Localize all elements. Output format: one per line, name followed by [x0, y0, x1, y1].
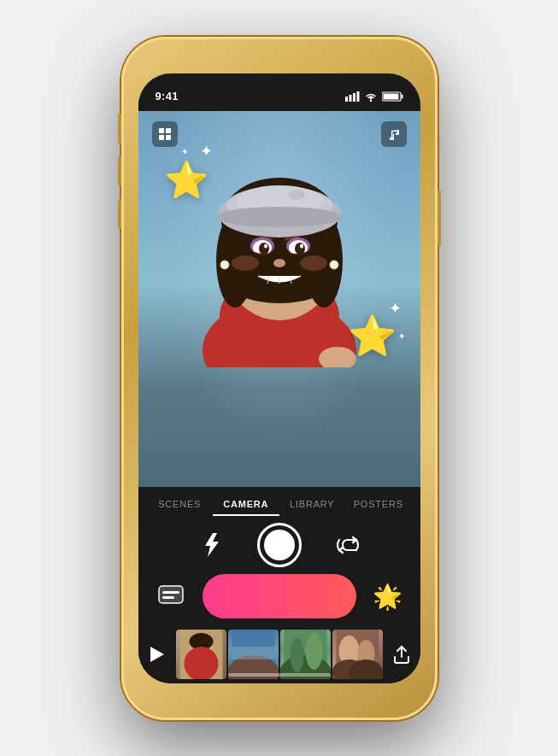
- status-time: 9:41: [156, 90, 179, 103]
- shutter-inner: [264, 530, 295, 560]
- flash-button[interactable]: [196, 530, 226, 560]
- svg-point-37: [300, 243, 303, 248]
- svg-point-29: [288, 190, 305, 200]
- camera-controls-row: [138, 522, 420, 567]
- sticker-grid-icon[interactable]: [152, 121, 178, 147]
- tab-posters[interactable]: POSTERS: [345, 492, 412, 516]
- film-frame-2[interactable]: [228, 630, 279, 679]
- film-frames: [176, 630, 383, 679]
- star-emoji-top-left: ⭐: [164, 159, 209, 201]
- home-indicator: [228, 673, 331, 677]
- captions-button[interactable]: [156, 581, 186, 612]
- shutter-button[interactable]: [257, 523, 302, 567]
- phone-shell: 9:41: [121, 37, 438, 720]
- tab-library[interactable]: LIBRARY: [279, 492, 346, 516]
- svg-point-43: [330, 261, 338, 269]
- wifi-icon: [364, 91, 378, 102]
- film-frame-3[interactable]: [280, 630, 331, 679]
- svg-rect-1: [349, 95, 351, 102]
- phone-screen: 9:41: [138, 73, 420, 683]
- svg-point-34: [259, 243, 269, 255]
- controls-area: SCENES CAMERA LIBRARY POSTERS: [138, 487, 420, 683]
- svg-rect-51: [162, 596, 174, 599]
- music-icon[interactable]: [381, 121, 407, 147]
- svg-rect-50: [162, 591, 179, 594]
- film-frame-1[interactable]: [176, 630, 226, 679]
- tab-bar: SCENES CAMERA LIBRARY POSTERS: [138, 487, 420, 523]
- tab-camera[interactable]: CAMERA: [213, 492, 279, 516]
- record-row: 🌟: [138, 567, 420, 625]
- svg-point-45: [300, 255, 327, 271]
- svg-point-28: [216, 207, 343, 227]
- svg-rect-9: [166, 128, 171, 133]
- svg-point-35: [295, 243, 305, 255]
- svg-rect-6: [401, 94, 402, 98]
- svg-point-62: [290, 638, 303, 672]
- battery-icon: [382, 91, 403, 102]
- svg-rect-2: [353, 93, 355, 102]
- share-button[interactable]: [383, 645, 420, 664]
- svg-marker-48: [205, 533, 219, 557]
- tab-scenes[interactable]: SCENES: [147, 492, 214, 516]
- svg-rect-11: [166, 135, 171, 140]
- signal-icon: [345, 91, 360, 102]
- viewfinder-top-bar: [138, 114, 420, 154]
- svg-marker-52: [150, 647, 164, 662]
- svg-point-36: [264, 243, 267, 248]
- svg-rect-3: [356, 91, 359, 102]
- flip-camera-button[interactable]: [332, 530, 363, 560]
- svg-rect-7: [383, 93, 398, 99]
- svg-rect-49: [159, 586, 183, 603]
- status-icons: [345, 91, 403, 102]
- film-frame-4[interactable]: [332, 630, 383, 679]
- sparkle-bottom-right-2: ✦: [398, 331, 405, 341]
- svg-point-44: [232, 255, 259, 271]
- svg-rect-10: [159, 135, 164, 140]
- svg-rect-16: [397, 130, 398, 134]
- svg-rect-59: [232, 647, 274, 659]
- svg-rect-0: [345, 97, 348, 102]
- star-emoji-bottom-right: ⭐: [348, 313, 396, 359]
- effects-button[interactable]: 🌟: [373, 581, 403, 612]
- notch: [220, 73, 339, 97]
- sparkle-bottom-right-1: ✦: [389, 299, 402, 318]
- svg-point-38: [273, 259, 285, 267]
- play-button[interactable]: [138, 647, 176, 662]
- svg-rect-8: [159, 128, 164, 133]
- rainbow-star-icon: 🌟: [373, 583, 402, 611]
- svg-point-63: [305, 632, 322, 670]
- record-button[interactable]: [203, 574, 356, 618]
- svg-point-42: [220, 261, 229, 269]
- svg-rect-15: [391, 131, 392, 138]
- svg-point-13: [396, 132, 399, 135]
- svg-rect-14: [391, 131, 398, 132]
- viewfinder: ⭐ ✦ ✦ ⭐ ✦ ✦: [138, 73, 420, 492]
